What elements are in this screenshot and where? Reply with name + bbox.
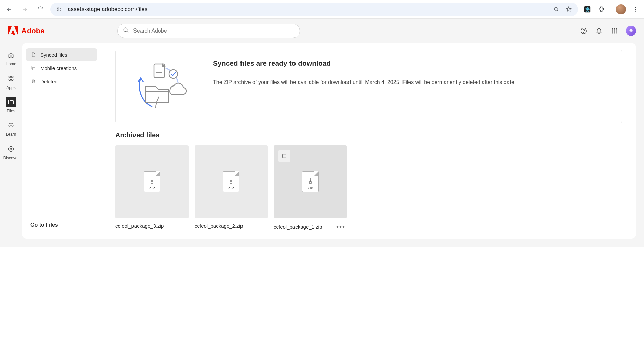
address-bar[interactable]: assets-stage.adobecc.com/files — [50, 3, 578, 16]
app-switcher-icon[interactable] — [610, 27, 619, 35]
svg-rect-0 — [57, 8, 59, 9]
zip-file-icon: ZIP — [144, 171, 160, 192]
svg-point-20 — [612, 32, 613, 33]
sidebar-item-mobile-creations[interactable]: Mobile creations — [26, 62, 97, 74]
app-header: Adobe — [0, 19, 644, 43]
file-thumb: ZIP — [274, 145, 347, 218]
search-box[interactable] — [117, 24, 300, 38]
search-input[interactable] — [133, 28, 294, 34]
help-icon[interactable] — [580, 27, 588, 35]
svg-point-24 — [12, 76, 13, 78]
learn-icon — [6, 120, 16, 131]
svg-point-22 — [616, 32, 617, 33]
svg-point-8 — [635, 7, 636, 8]
site-info-icon[interactable] — [55, 5, 64, 14]
svg-point-28 — [9, 147, 14, 152]
svg-point-27 — [10, 124, 12, 126]
svg-rect-1 — [57, 10, 59, 11]
bookmark-star-icon[interactable] — [564, 5, 573, 14]
nav-rail: Home Apps Files Learn — [0, 43, 22, 247]
adobe-mark-icon — [8, 26, 18, 35]
file-thumb: ZIP — [195, 145, 268, 218]
banner-illustration — [116, 50, 202, 123]
sidebar-item-deleted[interactable]: Deleted — [26, 75, 97, 88]
trash-icon — [30, 78, 36, 84]
svg-rect-35 — [283, 154, 286, 158]
chrome-profile-avatar[interactable] — [616, 4, 626, 14]
notifications-icon[interactable] — [595, 27, 603, 35]
svg-point-13 — [583, 32, 584, 33]
banner-text: The ZIP archive of your files will be av… — [213, 78, 611, 87]
sidebar-item-label: Deleted — [40, 79, 58, 84]
zoom-icon[interactable] — [552, 5, 561, 14]
file-card[interactable]: ZIP ccfeol_package_3.zip — [115, 145, 189, 231]
file-name: ccfeol_package_2.zip — [195, 223, 243, 229]
rail-item-files[interactable]: Files — [3, 94, 19, 116]
rail-item-home[interactable]: Home — [3, 47, 19, 69]
zip-type-label: ZIP — [228, 186, 234, 190]
svg-point-2 — [554, 7, 557, 10]
svg-point-23 — [9, 76, 10, 78]
file-card[interactable]: ZIP ccfeol_package_1.zip ••• — [274, 145, 347, 231]
svg-point-34 — [169, 70, 178, 78]
info-banner: Synced files are ready to download The Z… — [115, 50, 622, 123]
svg-point-14 — [612, 28, 613, 30]
section-title: Archived files — [115, 131, 622, 139]
url-text: assets-stage.adobecc.com/files — [68, 6, 147, 13]
file-icon — [30, 52, 36, 58]
rail-label: Apps — [6, 85, 15, 90]
svg-point-11 — [124, 28, 127, 32]
sidebar-item-label: Synced files — [40, 52, 67, 58]
zip-file-icon: ZIP — [302, 171, 319, 192]
files-sidebar: Synced files Mobile creations Deleted Go… — [22, 43, 101, 239]
rail-label: Home — [6, 62, 16, 66]
adobe-logo[interactable]: Adobe — [8, 26, 44, 35]
zip-type-label: ZIP — [307, 186, 313, 190]
search-icon — [123, 27, 129, 35]
more-actions-button[interactable]: ••• — [335, 223, 347, 231]
folder-icon — [6, 97, 16, 107]
home-icon — [6, 50, 16, 60]
rail-label: Learn — [6, 132, 16, 137]
file-card[interactable]: ZIP ccfeol_package_2.zip — [195, 145, 268, 231]
go-to-files-link[interactable]: Go to Files — [26, 219, 97, 233]
rail-item-learn[interactable]: Learn — [3, 117, 19, 139]
zip-type-label: ZIP — [149, 186, 155, 190]
svg-point-18 — [614, 30, 615, 31]
svg-point-21 — [614, 32, 615, 33]
separator — [611, 5, 611, 13]
banner-title: Synced files are ready to download — [213, 59, 611, 73]
svg-point-17 — [612, 30, 613, 31]
svg-point-25 — [9, 79, 10, 81]
mobile-creations-icon — [30, 65, 36, 71]
svg-point-9 — [635, 9, 636, 10]
file-name: ccfeol_package_3.zip — [115, 223, 164, 229]
browser-toolbar: assets-stage.adobecc.com/files — [0, 0, 644, 19]
svg-point-4 — [587, 9, 588, 10]
select-checkbox[interactable] — [278, 150, 290, 162]
apps-icon — [6, 73, 16, 84]
svg-point-19 — [616, 30, 617, 31]
svg-point-10 — [635, 10, 636, 11]
chrome-menu-icon[interactable] — [631, 5, 640, 14]
svg-point-26 — [12, 79, 13, 81]
file-cards: ZIP ccfeol_package_3.zip ZIP — [115, 145, 622, 231]
svg-point-15 — [614, 28, 615, 30]
rail-item-apps[interactable]: Apps — [3, 70, 19, 93]
user-avatar[interactable] — [626, 26, 636, 36]
sidebar-item-label: Mobile creations — [40, 65, 77, 71]
file-thumb: ZIP — [115, 145, 189, 218]
extensions-icon[interactable] — [597, 5, 606, 14]
main-content: Synced files are ready to download The Z… — [101, 43, 636, 239]
browser-reload-button[interactable] — [35, 4, 46, 15]
react-devtools-icon[interactable] — [583, 5, 592, 14]
zip-file-icon: ZIP — [223, 171, 239, 192]
svg-point-16 — [616, 28, 617, 30]
browser-forward-button[interactable] — [19, 4, 30, 15]
sidebar-item-synced-files[interactable]: Synced files — [26, 48, 97, 61]
rail-item-discover[interactable]: Discover — [3, 141, 19, 163]
content-panel: Synced files Mobile creations Deleted Go… — [22, 43, 636, 239]
browser-back-button[interactable] — [4, 4, 15, 15]
rail-label: Discover — [3, 156, 19, 160]
rail-label: Files — [7, 109, 15, 113]
